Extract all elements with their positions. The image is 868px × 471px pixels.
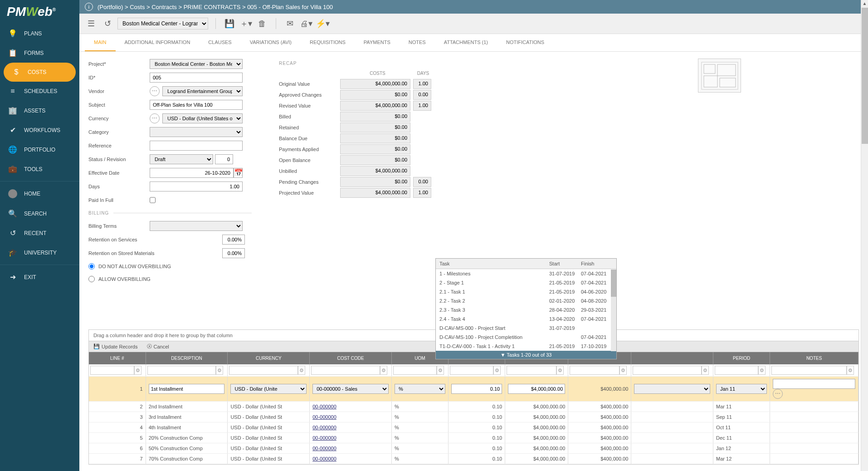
task-row[interactable]: D-CAV-MS-000 - Project Start31-07-2019 xyxy=(436,324,616,333)
filter-icon[interactable]: ⚙ xyxy=(380,366,387,375)
page-scrollbar[interactable]: ▲ xyxy=(861,0,868,471)
tab-payments[interactable]: PAYMENTS xyxy=(355,34,400,51)
filter-icon[interactable]: ⚙ xyxy=(493,366,501,375)
add-icon[interactable]: ＋▾ xyxy=(239,17,252,30)
task-footer[interactable]: ▼ Tasks 1-20 out of 33 xyxy=(436,351,616,359)
calendar-icon[interactable]: 📅 xyxy=(234,168,243,178)
save-icon[interactable]: 💾 xyxy=(223,17,236,30)
table-row[interactable]: 650% Construction CompUSD - Dollar (Unit… xyxy=(89,443,858,454)
task-scrollbar[interactable] xyxy=(611,270,616,351)
period-select[interactable]: Jan 11 xyxy=(716,384,767,394)
sidebar-item-plans[interactable]: 💡PLANS xyxy=(0,24,79,43)
tab-variations-avi-[interactable]: VARIATIONS (AVI) xyxy=(241,34,301,51)
filter-input[interactable] xyxy=(570,366,619,375)
table-row[interactable]: 770% Construction CompUSD - Dollar (Unit… xyxy=(89,454,858,464)
task-row[interactable]: 2.3 - Task 328-04-202029-03-2021 xyxy=(436,305,616,314)
task-row[interactable]: D-CAV-MS-100 - Project Completition07-04… xyxy=(436,333,616,342)
sidebar-item-university[interactable]: 🎓UNIVERSITY xyxy=(0,243,79,262)
column-header[interactable]: COST CODE xyxy=(310,352,392,364)
vendor-field[interactable]: Logrand Entertainment Group xyxy=(162,86,243,96)
subject-field[interactable] xyxy=(150,100,243,110)
filter-input[interactable] xyxy=(147,366,216,375)
filter-input[interactable] xyxy=(633,366,702,375)
tab-main[interactable]: MAIN xyxy=(85,34,116,51)
project-selector[interactable]: Boston Medical Center - Logrand Ent xyxy=(117,18,208,29)
cost-code-link[interactable]: 00-000000 xyxy=(312,456,336,461)
task-row[interactable]: 2.1 - Task 121-05-201904-06-2020 xyxy=(436,287,616,296)
filter-icon[interactable]: ⚙ xyxy=(619,366,627,375)
column-header[interactable]: LINE # xyxy=(89,352,146,364)
filter-input[interactable] xyxy=(311,366,380,375)
filter-input[interactable] xyxy=(771,366,847,375)
tab-notes[interactable]: NOTES xyxy=(400,34,435,51)
filter-icon[interactable]: ⚙ xyxy=(437,366,444,375)
column-header[interactable] xyxy=(631,352,713,364)
task-row[interactable]: T1-D-CAV-000 - Task 1 - Activity 121-05-… xyxy=(436,342,616,351)
filter-input[interactable] xyxy=(90,366,134,375)
filter-icon[interactable]: ⚙ xyxy=(298,366,305,375)
uom-select[interactable]: % xyxy=(395,384,445,394)
table-row[interactable]: 22nd InstallmentUSD - Dollar (United St0… xyxy=(89,402,858,412)
task-row[interactable]: 2 - Stage 121-05-201907-04-2021 xyxy=(436,278,616,287)
table-row[interactable]: 1USD - Dollar (Unite00-000000 - Sales%$4… xyxy=(89,377,858,402)
tab-notifications[interactable]: NOTIFICATIONS xyxy=(497,34,553,51)
desc-input[interactable] xyxy=(149,384,225,394)
task-select[interactable] xyxy=(634,384,710,394)
mail-icon[interactable]: ✉ xyxy=(283,17,296,30)
delete-icon[interactable]: 🗑 xyxy=(256,17,268,30)
task-row[interactable]: 2.4 - Task 413-04-202007-04-2021 xyxy=(436,314,616,324)
sidebar-item-exit[interactable]: ➜EXIT xyxy=(0,267,79,287)
cost-code-link[interactable]: 00-000000 xyxy=(312,404,336,409)
curr-select[interactable]: USD - Dollar (Unite xyxy=(230,384,307,394)
reference-field[interactable] xyxy=(150,141,243,151)
task-row[interactable]: 2.2 - Task 202-01-202004-08-2020 xyxy=(436,296,616,305)
sidebar-item-home[interactable]: HOME xyxy=(0,184,79,204)
id-field[interactable] xyxy=(150,73,243,83)
category-field[interactable] xyxy=(150,127,243,137)
currency-field[interactable]: USD - Dollar (United States of America) xyxy=(162,113,243,123)
ret-stored-field[interactable] xyxy=(222,248,245,258)
filter-input[interactable] xyxy=(229,366,298,375)
table-row[interactable]: 44th InstallmentUSD - Dollar (United St0… xyxy=(89,422,858,433)
tab-clauses[interactable]: CLAUSES xyxy=(199,34,240,51)
list-icon[interactable]: ☰ xyxy=(85,17,98,30)
sidebar-item-costs[interactable]: $COSTS xyxy=(4,63,76,82)
bolt-icon[interactable]: ⚡▾ xyxy=(316,17,329,30)
column-header[interactable]: CURRENCY xyxy=(228,352,310,364)
info-icon[interactable]: i xyxy=(85,3,93,11)
print-icon[interactable]: 🖨▾ xyxy=(300,17,312,30)
vendor-more-icon[interactable]: ⋯ xyxy=(150,86,160,96)
cost-code-link[interactable]: 00-000000 xyxy=(312,414,336,420)
filter-input[interactable] xyxy=(450,366,493,375)
tab-attachments-1-[interactable]: ATTACHMENTS (1) xyxy=(435,34,497,51)
filter-icon[interactable]: ⚙ xyxy=(216,366,223,375)
update-records-button[interactable]: 💾Update Records xyxy=(93,343,138,350)
filter-icon[interactable]: ⚙ xyxy=(758,366,766,375)
sidebar-item-forms[interactable]: 📋FORMS xyxy=(0,43,79,63)
sidebar-item-portfolio[interactable]: 🌐PORTFOLIO xyxy=(0,140,79,159)
cost-code-link[interactable]: 00-000000 xyxy=(312,435,336,441)
revision-field[interactable] xyxy=(215,154,233,164)
filter-input[interactable] xyxy=(507,366,556,375)
scroll-up-icon[interactable]: ▲ xyxy=(861,0,868,7)
cost-select[interactable]: 00-000000 - Sales xyxy=(312,384,389,394)
radio-allow-overbill[interactable] xyxy=(88,276,95,282)
column-header[interactable]: PERIOD xyxy=(713,352,770,364)
effective-field[interactable] xyxy=(150,168,234,178)
sidebar-item-schedules[interactable]: ≡SCHEDULES xyxy=(0,82,79,101)
filter-input[interactable] xyxy=(393,366,437,375)
paid-checkbox[interactable] xyxy=(150,195,156,205)
sidebar-item-assets[interactable]: 🏢ASSETS xyxy=(0,101,79,120)
filter-icon[interactable]: ⚙ xyxy=(847,366,854,375)
tab-additional-information[interactable]: ADDITIONAL INFORMATION xyxy=(116,34,200,51)
sidebar-item-search[interactable]: 🔍SEARCH xyxy=(0,204,79,223)
filter-input[interactable] xyxy=(715,366,758,375)
filter-icon[interactable]: ⚙ xyxy=(556,366,564,375)
filter-icon[interactable]: ⚙ xyxy=(702,366,709,375)
column-header[interactable]: NOTES xyxy=(770,352,858,364)
notes-more-icon[interactable]: ⋯ xyxy=(773,389,783,399)
tab-requisitions[interactable]: REQUISITIONS xyxy=(301,34,355,51)
sidebar-item-tools[interactable]: 💼TOOLS xyxy=(0,159,79,179)
sidebar-item-recent[interactable]: ↺RECENT xyxy=(0,223,79,243)
days-field[interactable] xyxy=(150,182,243,191)
